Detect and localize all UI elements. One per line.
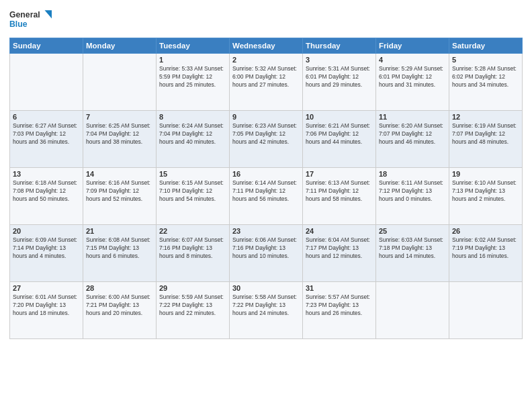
col-header-sunday: Sunday	[10, 38, 83, 54]
day-detail: Sunrise: 5:57 AM Sunset: 7:23 PM Dayligh…	[306, 293, 373, 318]
calendar-cell: 30Sunrise: 5:58 AM Sunset: 7:22 PM Dayli…	[230, 282, 303, 339]
logo-svg: General Blue	[9, 7, 56, 34]
day-number: 26	[452, 227, 519, 235]
day-detail: Sunrise: 5:58 AM Sunset: 7:22 PM Dayligh…	[232, 293, 300, 318]
col-header-thursday: Thursday	[303, 38, 376, 54]
day-detail: Sunrise: 6:24 AM Sunset: 7:04 PM Dayligh…	[159, 122, 226, 146]
day-number: 3	[306, 56, 373, 64]
week-row: 6Sunrise: 6:27 AM Sunset: 7:03 PM Daylig…	[10, 111, 523, 168]
day-detail: Sunrise: 6:09 AM Sunset: 7:14 PM Dayligh…	[13, 236, 80, 261]
calendar-cell: 26Sunrise: 6:02 AM Sunset: 7:19 PM Dayli…	[449, 225, 523, 282]
day-detail: Sunrise: 5:28 AM Sunset: 6:02 PM Dayligh…	[452, 65, 519, 89]
calendar-table: SundayMondayTuesdayWednesdayThursdayFrid…	[9, 38, 523, 339]
week-row: 27Sunrise: 6:01 AM Sunset: 7:20 PM Dayli…	[10, 282, 523, 339]
day-number: 23	[232, 227, 300, 235]
day-number: 1	[159, 56, 226, 64]
calendar-cell: 24Sunrise: 6:04 AM Sunset: 7:17 PM Dayli…	[303, 225, 376, 282]
day-number: 20	[13, 227, 80, 235]
calendar-cell: 9Sunrise: 6:23 AM Sunset: 7:05 PM Daylig…	[230, 111, 303, 168]
day-detail: Sunrise: 6:14 AM Sunset: 7:11 PM Dayligh…	[232, 179, 300, 203]
day-number: 13	[13, 170, 80, 178]
day-detail: Sunrise: 5:29 AM Sunset: 6:01 PM Dayligh…	[379, 65, 446, 89]
day-detail: Sunrise: 6:06 AM Sunset: 7:16 PM Dayligh…	[232, 236, 300, 261]
calendar-cell: 12Sunrise: 6:19 AM Sunset: 7:07 PM Dayli…	[449, 111, 523, 168]
day-number: 4	[379, 56, 446, 64]
day-number: 12	[452, 113, 519, 121]
calendar-cell: 3Sunrise: 5:31 AM Sunset: 6:01 PM Daylig…	[303, 54, 376, 111]
logo: General Blue	[9, 7, 56, 34]
day-number: 5	[452, 56, 519, 64]
day-number: 24	[306, 227, 373, 235]
day-detail: Sunrise: 6:10 AM Sunset: 7:13 PM Dayligh…	[452, 179, 519, 203]
svg-marker-2	[45, 10, 52, 18]
calendar-cell: 21Sunrise: 6:08 AM Sunset: 7:15 PM Dayli…	[83, 225, 157, 282]
week-row: 20Sunrise: 6:09 AM Sunset: 7:14 PM Dayli…	[10, 225, 523, 282]
calendar-cell: 6Sunrise: 6:27 AM Sunset: 7:03 PM Daylig…	[10, 111, 83, 168]
calendar-cell: 1Sunrise: 5:33 AM Sunset: 5:59 PM Daylig…	[157, 54, 230, 111]
day-detail: Sunrise: 6:16 AM Sunset: 7:09 PM Dayligh…	[86, 179, 153, 203]
day-number: 27	[13, 284, 80, 292]
day-detail: Sunrise: 6:13 AM Sunset: 7:11 PM Dayligh…	[306, 179, 373, 203]
day-detail: Sunrise: 6:23 AM Sunset: 7:05 PM Dayligh…	[232, 122, 300, 146]
calendar-cell: 7Sunrise: 6:25 AM Sunset: 7:04 PM Daylig…	[83, 111, 157, 168]
day-number: 8	[159, 113, 226, 121]
day-detail: Sunrise: 6:07 AM Sunset: 7:16 PM Dayligh…	[159, 236, 226, 261]
day-number: 25	[379, 227, 446, 235]
day-number: 18	[379, 170, 446, 178]
calendar-cell: 5Sunrise: 5:28 AM Sunset: 6:02 PM Daylig…	[449, 54, 523, 111]
day-number: 16	[232, 170, 300, 178]
day-number: 9	[232, 113, 300, 121]
col-header-tuesday: Tuesday	[157, 38, 230, 54]
day-detail: Sunrise: 6:21 AM Sunset: 7:06 PM Dayligh…	[306, 122, 373, 146]
day-detail: Sunrise: 6:03 AM Sunset: 7:18 PM Dayligh…	[379, 236, 446, 261]
day-number: 2	[232, 56, 300, 64]
day-detail: Sunrise: 6:20 AM Sunset: 7:07 PM Dayligh…	[379, 122, 446, 146]
day-number: 7	[86, 113, 153, 121]
col-header-wednesday: Wednesday	[230, 38, 303, 54]
calendar-cell: 25Sunrise: 6:03 AM Sunset: 7:18 PM Dayli…	[376, 225, 449, 282]
col-header-friday: Friday	[376, 38, 449, 54]
week-row: 13Sunrise: 6:18 AM Sunset: 7:08 PM Dayli…	[10, 168, 523, 225]
day-detail: Sunrise: 6:27 AM Sunset: 7:03 PM Dayligh…	[13, 122, 80, 146]
day-number: 28	[86, 284, 153, 292]
calendar-cell: 17Sunrise: 6:13 AM Sunset: 7:11 PM Dayli…	[303, 168, 376, 225]
calendar-cell: 20Sunrise: 6:09 AM Sunset: 7:14 PM Dayli…	[10, 225, 83, 282]
calendar-cell: 29Sunrise: 5:59 AM Sunset: 7:22 PM Dayli…	[157, 282, 230, 339]
calendar-cell: 18Sunrise: 6:11 AM Sunset: 7:12 PM Dayli…	[376, 168, 449, 225]
day-detail: Sunrise: 5:31 AM Sunset: 6:01 PM Dayligh…	[306, 65, 373, 89]
calendar-cell: 22Sunrise: 6:07 AM Sunset: 7:16 PM Dayli…	[157, 225, 230, 282]
col-header-saturday: Saturday	[449, 38, 523, 54]
calendar-cell: 10Sunrise: 6:21 AM Sunset: 7:06 PM Dayli…	[303, 111, 376, 168]
day-detail: Sunrise: 5:32 AM Sunset: 6:00 PM Dayligh…	[232, 65, 300, 89]
calendar-cell	[449, 282, 523, 339]
day-number: 6	[13, 113, 80, 121]
calendar-cell	[376, 282, 449, 339]
calendar-cell: 14Sunrise: 6:16 AM Sunset: 7:09 PM Dayli…	[83, 168, 157, 225]
day-detail: Sunrise: 6:18 AM Sunset: 7:08 PM Dayligh…	[13, 179, 80, 203]
day-number: 29	[159, 284, 226, 292]
day-number: 17	[306, 170, 373, 178]
calendar-cell: 28Sunrise: 6:00 AM Sunset: 7:21 PM Dayli…	[83, 282, 157, 339]
day-number: 31	[306, 284, 373, 292]
day-detail: Sunrise: 6:01 AM Sunset: 7:20 PM Dayligh…	[13, 293, 80, 318]
day-detail: Sunrise: 5:33 AM Sunset: 5:59 PM Dayligh…	[159, 65, 226, 89]
calendar-cell	[83, 54, 157, 111]
day-number: 14	[86, 170, 153, 178]
day-number: 11	[379, 113, 446, 121]
day-detail: Sunrise: 6:15 AM Sunset: 7:10 PM Dayligh…	[159, 179, 226, 203]
calendar-cell: 8Sunrise: 6:24 AM Sunset: 7:04 PM Daylig…	[157, 111, 230, 168]
day-detail: Sunrise: 6:04 AM Sunset: 7:17 PM Dayligh…	[306, 236, 373, 261]
calendar-cell: 27Sunrise: 6:01 AM Sunset: 7:20 PM Dayli…	[10, 282, 83, 339]
day-detail: Sunrise: 6:19 AM Sunset: 7:07 PM Dayligh…	[452, 122, 519, 146]
calendar-cell: 15Sunrise: 6:15 AM Sunset: 7:10 PM Dayli…	[157, 168, 230, 225]
calendar-cell: 23Sunrise: 6:06 AM Sunset: 7:16 PM Dayli…	[230, 225, 303, 282]
day-detail: Sunrise: 5:59 AM Sunset: 7:22 PM Dayligh…	[159, 293, 226, 318]
day-number: 19	[452, 170, 519, 178]
calendar-cell: 4Sunrise: 5:29 AM Sunset: 6:01 PM Daylig…	[376, 54, 449, 111]
day-detail: Sunrise: 6:00 AM Sunset: 7:21 PM Dayligh…	[86, 293, 153, 318]
day-number: 21	[86, 227, 153, 235]
day-detail: Sunrise: 6:08 AM Sunset: 7:15 PM Dayligh…	[86, 236, 153, 261]
day-number: 10	[306, 113, 373, 121]
calendar-cell: 31Sunrise: 5:57 AM Sunset: 7:23 PM Dayli…	[303, 282, 376, 339]
calendar-cell: 2Sunrise: 5:32 AM Sunset: 6:00 PM Daylig…	[230, 54, 303, 111]
